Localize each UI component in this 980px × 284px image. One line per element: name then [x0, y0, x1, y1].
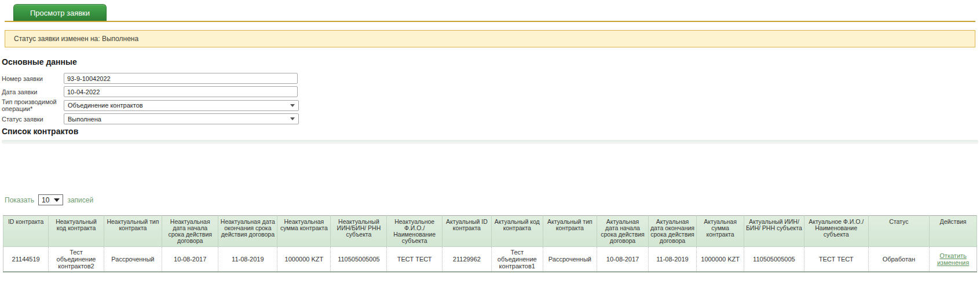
table-cell: 21129962: [442, 247, 491, 272]
select-value: Объединение контрактов: [68, 102, 143, 109]
column-header: Актуальная сумма контракта: [697, 216, 744, 247]
page-size-value: 10: [42, 196, 49, 204]
chevron-down-icon: [290, 104, 295, 107]
table-cell: 21144519: [3, 247, 49, 272]
table-cell: 11-08-2019: [218, 247, 277, 272]
select-value: Выполнена: [68, 116, 101, 123]
tab-request-view[interactable]: Просмотр заявки: [13, 4, 107, 21]
column-header: Неактуальная сумма контракта: [277, 216, 331, 247]
form-row: Статус заявкиВыполнена: [2, 112, 326, 126]
status-alert-text: Статус заявки изменен на: Выполнена: [14, 35, 138, 43]
status-alert: Статус заявки изменен на: Выполнена: [5, 30, 975, 47]
show-entries-label: Показать: [5, 196, 34, 204]
column-header: Неактуальное Ф.И.О./ Наименование субъек…: [387, 216, 442, 247]
column-header: Актуальное Ф.И.О./ Наименование субъекта: [804, 216, 868, 247]
form-row: Дата заявки: [2, 85, 326, 98]
basics-section-title: Основные данные: [2, 57, 77, 67]
show-entries-records-label: записей: [67, 196, 93, 204]
contracts-table-wrap: ID контрактаНеактуальный код контрактаНе…: [3, 215, 977, 272]
table-header-row: ID контрактаНеактуальный код контрактаНе…: [3, 216, 977, 247]
field-label: Номер заявки: [2, 75, 64, 82]
column-header: Неактуальная дата начала срока действия …: [162, 216, 218, 247]
request-date-input[interactable]: [64, 86, 298, 97]
tab-bar: Просмотр заявки: [5, 4, 975, 22]
column-header: Действия: [930, 216, 977, 247]
field-label: Статус заявки: [2, 116, 64, 123]
column-header: Актуальный ID контракта: [442, 216, 491, 247]
table-cell: ТЕСТ ТЕСТ: [387, 247, 442, 272]
form-row: Номер заявки: [2, 72, 326, 85]
actions-cell: Откатить изменения: [930, 247, 977, 272]
contracts-table: ID контрактаНеактуальный код контрактаНе…: [3, 215, 977, 272]
table-cell: 110505005005: [331, 247, 387, 272]
section-divider: [2, 140, 978, 144]
column-header: Неактуальный код контракта: [49, 216, 104, 247]
table-head: ID контрактаНеактуальный код контрактаНе…: [3, 216, 977, 247]
table-cell: 110505005005: [744, 247, 804, 272]
column-header: Неактуальная дата окончания срока действ…: [218, 216, 277, 247]
request-status-select[interactable]: Выполнена: [64, 113, 299, 124]
column-header: Неактуальный тип контракта: [104, 216, 162, 247]
column-header: Актуальная дата начала срока действия до…: [597, 216, 649, 247]
rollback-changes-link[interactable]: Откатить изменения: [937, 252, 969, 266]
column-header: ID контракта: [3, 216, 49, 247]
column-header: Неактуальный ИИН/БИН/ РНН субъекта: [331, 216, 387, 247]
table-cell: Рассроченный: [543, 247, 597, 272]
table-cell: 10-08-2017: [162, 247, 218, 272]
chevron-down-icon: [290, 117, 295, 120]
form-row: Тип производимой операции*Объединение ко…: [2, 98, 326, 112]
table-cell: Тест объединение контрактов1: [491, 247, 543, 272]
field-label: Тип производимой операции*: [2, 98, 64, 112]
column-header: Актуальный код контракта: [491, 216, 543, 247]
table-cell: 10-08-2017: [597, 247, 649, 272]
contracts-section-title: Список контрактов: [2, 127, 78, 136]
request-view-page: Просмотр заявки Статус заявки изменен на…: [0, 0, 980, 284]
table-cell: Рассроченный: [104, 247, 162, 272]
table-cell: Обработан: [868, 247, 930, 272]
field-label: Дата заявки: [2, 88, 64, 95]
table-cell: Тест объединение контрактов2: [49, 247, 104, 272]
basics-form: Номер заявкиДата заявкиТип производимой …: [2, 72, 326, 126]
chevron-down-icon: [54, 198, 60, 202]
column-header: Актуальный тип контракта: [543, 216, 597, 247]
show-entries-control: Показать 10 записей: [5, 194, 93, 205]
column-header: Статус: [868, 216, 930, 247]
table-body: 21144519Тест объединение контрактов2Расс…: [3, 247, 977, 272]
table-cell: ТЕСТ ТЕСТ: [804, 247, 868, 272]
table-cell: 11-08-2019: [648, 247, 696, 272]
table-row: 21144519Тест объединение контрактов2Расс…: [3, 247, 977, 272]
request-number-input[interactable]: [64, 73, 298, 84]
column-header: Актуальный ИИН/БИН/ РНН субъекта: [744, 216, 804, 247]
table-cell: 1000000 KZT: [697, 247, 744, 272]
page-size-select[interactable]: 10: [38, 194, 63, 205]
operation-type-select[interactable]: Объединение контрактов: [64, 100, 299, 111]
table-cell: 1000000 KZT: [277, 247, 331, 272]
column-header: Актуальная дата окончания срока действия…: [648, 216, 696, 247]
